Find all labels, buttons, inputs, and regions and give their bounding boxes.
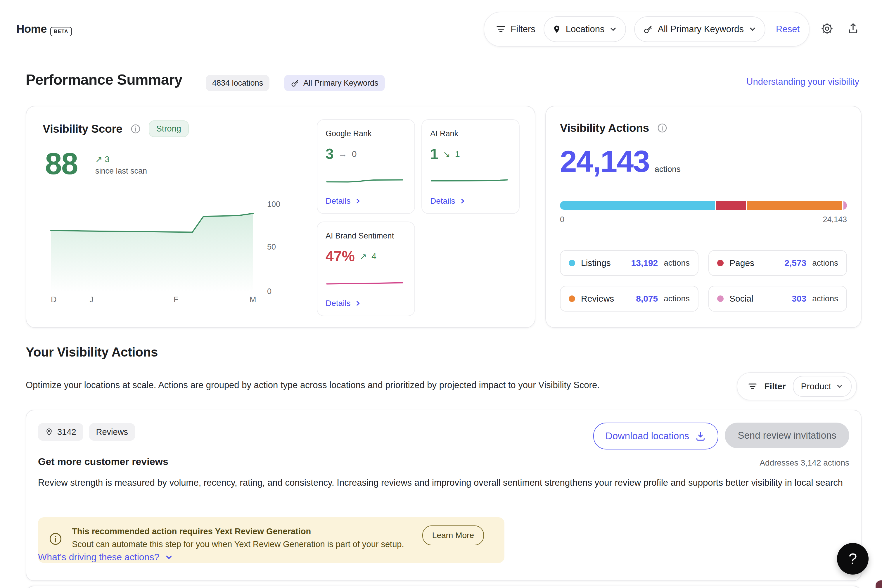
location-count-label: 3142 xyxy=(57,427,76,437)
info-icon[interactable] xyxy=(657,123,667,133)
bar-segment-pages xyxy=(716,201,746,210)
legend-tile-pages: Pages 2,573 actions xyxy=(708,250,847,276)
keywords-label: All Primary Keywords xyxy=(657,24,744,34)
download-locations-label: Download locations xyxy=(606,430,689,442)
keywords-badge-label: All Primary Keywords xyxy=(303,79,378,88)
reviews-dot xyxy=(569,296,575,302)
review-action-card: 3142 Reviews Download locations Send rev… xyxy=(26,410,861,581)
google-rank-details-link[interactable]: Details xyxy=(326,196,361,206)
product-filter-value: Product xyxy=(801,381,831,392)
locations-dropdown[interactable]: Locations xyxy=(544,16,626,42)
locations-count-badge: 4834 locations xyxy=(206,75,270,91)
legend-unit: actions xyxy=(812,294,838,303)
google-rank-card: Google Rank 3 → 0 Details xyxy=(317,119,415,214)
visibility-score-title: Visibility Score xyxy=(43,123,123,135)
legend-value: 303 xyxy=(792,294,806,304)
y-tick-50: 50 xyxy=(267,243,276,252)
info-icon xyxy=(49,532,62,545)
chevron-down-icon xyxy=(748,25,757,33)
bar-segment-listings xyxy=(560,201,715,210)
share-upload-icon[interactable] xyxy=(847,22,861,36)
visibility-actions-card: Visibility Actions 24,143 actions 0 24,1… xyxy=(545,106,861,328)
section-description: Optimize your locations at scale. Action… xyxy=(26,380,600,390)
keywords-dropdown[interactable]: All Primary Keywords xyxy=(634,16,765,42)
ai-brand-sentiment-card: AI Brand Sentiment 47% ↗ 4 Details xyxy=(317,222,415,316)
x-tick-j: J xyxy=(89,295,93,304)
sentiment-title: AI Brand Sentiment xyxy=(326,231,394,240)
beta-badge: BETA xyxy=(50,27,72,36)
x-tick-f: F xyxy=(174,295,178,304)
sentiment-delta: 4 xyxy=(372,251,376,261)
location-pin-icon xyxy=(552,24,561,34)
filter-label: Filter xyxy=(764,381,786,392)
filter-lines-icon xyxy=(496,25,506,33)
listings-dot xyxy=(569,260,575,266)
score-delta-value: 3 xyxy=(105,154,109,164)
ai-rank-delta: 1 xyxy=(455,149,460,159)
learn-more-label: Learn More xyxy=(432,531,474,540)
bar-segment-reviews xyxy=(747,201,842,210)
pages-dot xyxy=(717,260,724,266)
send-review-invitations-button[interactable]: Send review invitations xyxy=(725,423,849,448)
chevron-down-icon xyxy=(836,382,843,390)
sentiment-value: 47% xyxy=(326,248,355,265)
download-locations-button[interactable]: Download locations xyxy=(593,423,718,450)
locations-count-label: 4834 locations xyxy=(212,79,263,88)
scale-min: 0 xyxy=(560,215,564,224)
banner-body: Scout can automate this step for you whe… xyxy=(72,540,404,549)
action-heading: Get more customer reviews xyxy=(38,456,168,467)
action-description: Review strength is measured by volume, r… xyxy=(38,476,854,490)
actions-total-unit: actions xyxy=(655,165,681,174)
google-rank-title: Google Rank xyxy=(326,129,372,138)
legend-tile-reviews: Reviews 8,075 actions xyxy=(560,286,699,312)
visibility-actions-title: Visibility Actions xyxy=(560,122,649,134)
google-rank-delta: 0 xyxy=(352,149,357,159)
details-label: Details xyxy=(326,196,351,206)
chevron-right-icon xyxy=(459,198,466,204)
status-badge: Strong xyxy=(149,120,189,137)
product-filter-dropdown[interactable]: Product xyxy=(793,376,852,397)
legend-label: Pages xyxy=(729,258,754,268)
actions-total-value: 24,143 xyxy=(560,145,650,178)
ai-rank-details-link[interactable]: Details xyxy=(430,196,466,206)
legend-tile-listings: Listings 13,192 actions xyxy=(560,250,699,276)
section-title-your-visibility-actions: Your Visibility Actions xyxy=(26,345,158,360)
page-title: Home xyxy=(16,23,47,35)
x-tick-d: D xyxy=(51,295,57,304)
understanding-visibility-link[interactable]: Understanding your visibility xyxy=(746,76,859,87)
legend-unit: actions xyxy=(664,258,690,268)
trend-up-icon: ↗ xyxy=(360,251,367,261)
chevron-down-icon xyxy=(165,553,173,562)
learn-more-button[interactable]: Learn More xyxy=(422,525,484,545)
download-icon xyxy=(695,430,706,442)
google-rank-value: 3 xyxy=(326,146,334,162)
legend-value: 2,573 xyxy=(784,258,806,268)
details-label: Details xyxy=(430,196,455,206)
legend-value: 8,075 xyxy=(636,294,658,304)
help-button[interactable]: ? xyxy=(837,543,868,574)
trend-up-icon: ↗ xyxy=(95,154,102,164)
trend-down-icon: ↘ xyxy=(443,149,450,159)
sentiment-details-link[interactable]: Details xyxy=(326,298,361,308)
visibility-score-value: 88 xyxy=(45,147,78,180)
score-caption: since last scan xyxy=(95,166,147,176)
visibility-score-chart xyxy=(50,199,254,292)
legend-unit: actions xyxy=(812,258,838,268)
key-icon xyxy=(291,79,299,87)
legend-value: 13,192 xyxy=(631,258,658,268)
filters-button[interactable]: Filters xyxy=(496,24,535,34)
y-tick-0: 0 xyxy=(267,287,272,296)
legend-label: Social xyxy=(729,294,753,304)
dashboard-page: Home BETA Filters Locations xyxy=(0,0,882,588)
addresses-count-label: Addresses 3,142 actions xyxy=(759,458,849,468)
y-tick-100: 100 xyxy=(267,200,280,209)
info-icon[interactable] xyxy=(130,124,141,134)
global-filter-toolbar: Filters Locations All Primary Keywords R… xyxy=(484,12,810,47)
whats-driving-expander[interactable]: What's driving these actions? xyxy=(38,552,173,562)
reset-button[interactable]: Reset xyxy=(776,24,800,34)
social-dot xyxy=(717,296,724,302)
settings-gear-icon[interactable] xyxy=(820,22,835,36)
category-tag-label: Reviews xyxy=(96,427,128,437)
legend-unit: actions xyxy=(664,294,690,303)
chevron-down-icon xyxy=(609,25,617,33)
